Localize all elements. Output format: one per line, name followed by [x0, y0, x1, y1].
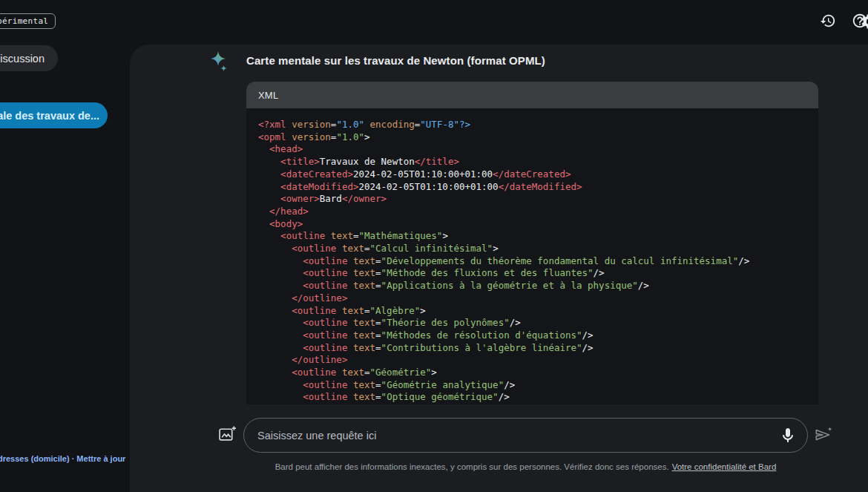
conversation-panel: Carte mentale sur les travaux de Newton …: [130, 45, 868, 492]
sidebar-item-active-chat[interactable]: ntale des travaux de...: [0, 102, 108, 128]
addresses-update-link[interactable]: dresses (domicile) · Mettre à jour: [0, 454, 125, 463]
bard-sparkle-icon: [210, 51, 231, 75]
prompt-input[interactable]: [257, 430, 779, 442]
sidebar-item-label: ntale des travaux de...: [0, 110, 99, 122]
experimental-badge: périmental: [0, 13, 56, 29]
disclaimer: Bard peut afficher des informations inex…: [243, 462, 808, 471]
bard-app: périmental discussion ntale des travaux …: [0, 0, 868, 492]
send-sparkle-icon: [813, 424, 834, 445]
history-icon[interactable]: [820, 13, 836, 29]
response-title: Carte mentale sur les travaux de Newton …: [246, 54, 545, 67]
code-block-header: XML: [246, 82, 818, 108]
code-lines: <?xml version="1.0" encoding="UTF-8"?><o…: [258, 119, 818, 404]
privacy-link[interactable]: Votre confidentialité et Bard: [672, 462, 777, 471]
settings-icon[interactable]: [860, 13, 868, 30]
image-upload-button[interactable]: [218, 425, 237, 444]
send-button[interactable]: [813, 424, 834, 445]
disclaimer-text: Bard peut afficher des informations inex…: [275, 462, 669, 471]
mic-icon: [779, 427, 797, 445]
sidebar-item-label: discussion: [0, 53, 45, 65]
prompt-input-container: [243, 418, 808, 453]
mic-button[interactable]: [779, 427, 797, 445]
add-image-icon: [218, 425, 237, 444]
code-block: <?xml version="1.0" encoding="UTF-8"?><o…: [246, 108, 818, 404]
sidebar-item-new-discussion[interactable]: discussion: [0, 45, 58, 71]
experimental-badge-label: périmental: [0, 16, 48, 26]
code-language-label: XML: [258, 90, 278, 101]
